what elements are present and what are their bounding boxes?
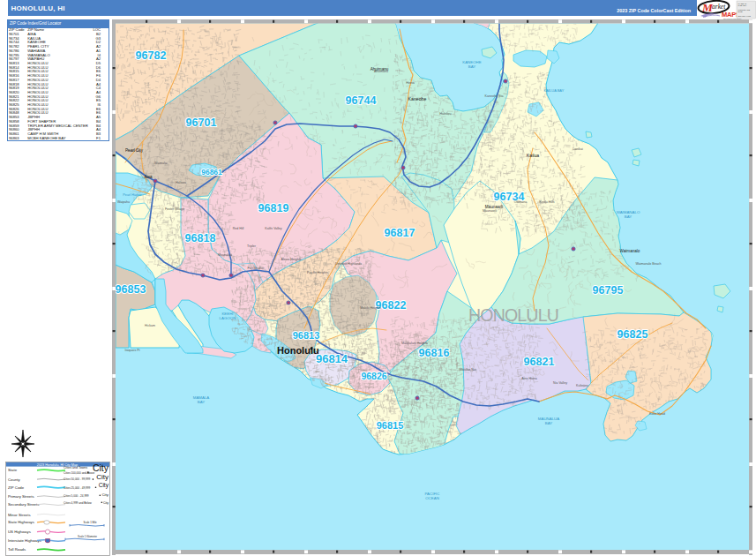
svg-text:Olomana: Olomana bbox=[514, 200, 528, 204]
svg-text:Alewa Heights: Alewa Heights bbox=[281, 258, 302, 261]
svg-text:Hickam: Hickam bbox=[145, 324, 155, 327]
svg-text:96861: 96861 bbox=[201, 168, 222, 177]
svg-text:Red Hill: Red Hill bbox=[233, 227, 244, 230]
svg-text:Interstate Highways: Interstate Highways bbox=[8, 538, 41, 543]
svg-text:Waialae Nui: Waialae Nui bbox=[459, 368, 475, 372]
svg-text:Pearl City: Pearl City bbox=[127, 149, 141, 153]
svg-text:ZIP Code: ZIP Code bbox=[8, 485, 25, 490]
svg-text:KAILUA BAY: KAILUA BAY bbox=[544, 88, 565, 93]
svg-text:800-929-4402: 800-929-4402 bbox=[738, 15, 752, 17]
svg-text:Tripler: Tripler bbox=[247, 244, 257, 248]
svg-text:96795: 96795 bbox=[593, 284, 624, 297]
svg-text:Kaneohe Sta: Kaneohe Sta bbox=[485, 94, 504, 98]
svg-text:Primary Streets: Primary Streets bbox=[8, 494, 34, 499]
svg-text:Waimanalo: Waimanalo bbox=[620, 249, 640, 253]
svg-text:State: State bbox=[8, 468, 18, 472]
svg-text:96819: 96819 bbox=[258, 202, 289, 214]
svg-text:US Highways: US Highways bbox=[8, 530, 31, 534]
svg-text:arket: arket bbox=[712, 3, 726, 11]
svg-text:Aina Haina: Aina Haina bbox=[521, 377, 537, 380]
svg-text:City: City bbox=[103, 501, 109, 505]
svg-text:LAGOON: LAGOON bbox=[220, 316, 236, 320]
svg-text:DMS: DMS bbox=[738, 11, 744, 12]
svg-text:Waimanalo Beach: Waimanalo Beach bbox=[635, 262, 661, 266]
svg-text:Toll Roads: Toll Roads bbox=[8, 547, 26, 552]
svg-text:HONOLULU: HONOLULU bbox=[468, 305, 558, 325]
svg-text:96826: 96826 bbox=[361, 371, 386, 381]
svg-text:Koko Head: Koko Head bbox=[649, 412, 665, 416]
svg-text:96816: 96816 bbox=[419, 347, 450, 359]
svg-text:96825: 96825 bbox=[618, 328, 648, 341]
svg-text:Pearl Harbor: Pearl Harbor bbox=[123, 193, 142, 197]
svg-text:County: County bbox=[8, 477, 20, 482]
svg-text:96853: 96853 bbox=[116, 283, 146, 296]
svg-text:Secondary Streets: Secondary Streets bbox=[8, 502, 39, 507]
svg-text:Aiea: Aiea bbox=[145, 176, 151, 179]
svg-text:96701: 96701 bbox=[186, 116, 217, 129]
svg-text:Halawa: Halawa bbox=[176, 181, 186, 184]
svg-text:Foster Village: Foster Village bbox=[165, 207, 184, 211]
svg-text:Halekou: Halekou bbox=[439, 112, 451, 116]
svg-text:Waimalu: Waimalu bbox=[154, 162, 167, 165]
svg-text:Niu Valley: Niu Valley bbox=[553, 381, 567, 385]
svg-text:BAY: BAY bbox=[198, 400, 206, 404]
svg-text:Kailua: Kailua bbox=[527, 153, 540, 158]
svg-text:Minor Streets: Minor Streets bbox=[8, 513, 31, 517]
svg-text:State Highways: State Highways bbox=[8, 520, 34, 524]
svg-text:OCEAN: OCEAN bbox=[425, 496, 439, 500]
svg-text:Maunawili: Maunawili bbox=[483, 209, 497, 213]
svg-text:Cities 50,000 - 99,999: Cities 50,000 - 99,999 bbox=[64, 477, 91, 481]
svg-text:Cities 5,000 - 24,999: Cities 5,000 - 24,999 bbox=[64, 494, 89, 498]
svg-text:96817: 96817 bbox=[385, 227, 415, 239]
svg-text:Pacific Heights: Pacific Heights bbox=[307, 271, 328, 274]
svg-text:Ahuimanu: Ahuimanu bbox=[374, 70, 388, 73]
svg-text:Scale 1 Kilometer: Scale 1 Kilometer bbox=[78, 535, 97, 538]
svg-text:Moanalua: Moanalua bbox=[218, 253, 232, 257]
svg-text:City: City bbox=[99, 482, 109, 489]
svg-text:Makiki Heights: Makiki Heights bbox=[360, 306, 381, 310]
svg-text:96818: 96818 bbox=[185, 232, 216, 244]
svg-text:Keolu Hills: Keolu Hills bbox=[540, 200, 555, 204]
svg-text:Cities 4,999 and Below: Cities 4,999 and Below bbox=[64, 501, 92, 505]
svg-text:Fort Shafter: Fort Shafter bbox=[248, 267, 266, 270]
svg-text:Honolulu: Honolulu bbox=[277, 345, 319, 356]
svg-text:BAY: BAY bbox=[468, 64, 476, 69]
svg-text:Kuliouou: Kuliouou bbox=[576, 384, 588, 387]
svg-text:Maunalani Heights: Maunalani Heights bbox=[401, 342, 428, 345]
svg-text:City: City bbox=[101, 492, 109, 497]
svg-text:City: City bbox=[96, 473, 109, 481]
svg-text:96814: 96814 bbox=[316, 352, 348, 365]
svg-text:Dowsett Highlands: Dowsett Highlands bbox=[335, 262, 362, 266]
svg-text:96744: 96744 bbox=[346, 94, 377, 107]
svg-text:Kaneohe: Kaneohe bbox=[408, 96, 427, 101]
svg-text:BAY: BAY bbox=[625, 214, 632, 219]
svg-text:96821: 96821 bbox=[524, 356, 555, 368]
svg-text:Iroquois Pt: Iroquois Pt bbox=[124, 349, 139, 352]
svg-text:Cities and Towns: Cities and Towns bbox=[64, 466, 87, 470]
svg-text:Lanikai: Lanikai bbox=[573, 147, 583, 151]
svg-text:Scale 1 Mile: Scale 1 Mile bbox=[83, 521, 97, 524]
svg-text:THE USA: THE USA bbox=[738, 4, 747, 6]
svg-text:Kalihi Valley: Kalihi Valley bbox=[265, 227, 282, 230]
svg-text:BAY: BAY bbox=[545, 421, 553, 425]
svg-text:Waipahu: Waipahu bbox=[117, 200, 130, 204]
svg-text:Cities 25,000 - 49,999: Cities 25,000 - 49,999 bbox=[64, 486, 91, 490]
svg-text:96813: 96813 bbox=[293, 330, 320, 341]
svg-text:96815: 96815 bbox=[377, 420, 404, 431]
svg-text:96782: 96782 bbox=[136, 49, 167, 62]
svg-text:Cities 100,000 and Above: Cities 100,000 and Above bbox=[64, 471, 95, 475]
svg-text:Heeia: Heeia bbox=[406, 81, 414, 85]
svg-text:City: City bbox=[93, 462, 109, 473]
